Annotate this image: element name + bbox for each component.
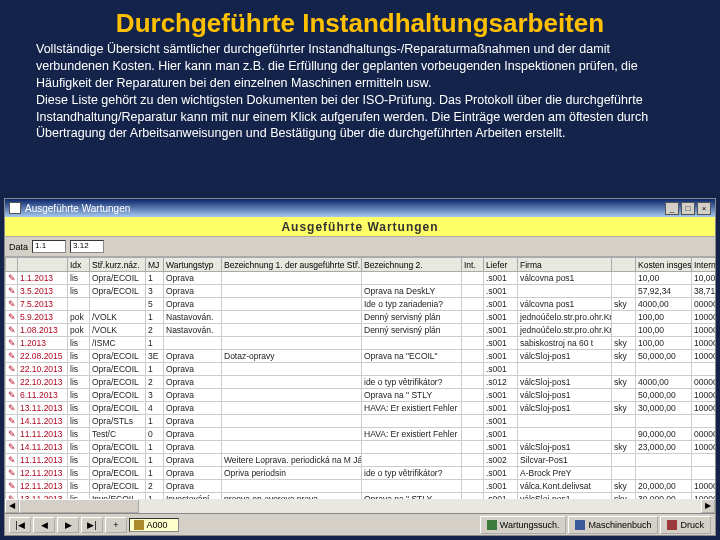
cell[interactable] [462,428,484,441]
column-header[interactable]: Interne kos. [692,258,716,272]
cell[interactable]: 1.2013 [18,337,68,350]
cell[interactable]: Oprava [164,454,222,467]
cell[interactable]: 10000 [692,389,716,402]
cell[interactable]: 10000 [692,324,716,337]
cell[interactable]: lis [68,467,90,480]
cell[interactable] [222,480,362,493]
cell[interactable]: 000000 [692,298,716,311]
cell[interactable] [222,311,362,324]
cell[interactable]: Opra/STLs [90,415,146,428]
cell[interactable] [612,272,636,285]
cell[interactable]: Oprava [164,376,222,389]
cell[interactable] [222,428,362,441]
cell[interactable]: 1.1.2013 [18,272,68,285]
filter-to-input[interactable]: 3.12 [70,240,104,253]
cell[interactable] [164,337,222,350]
cell[interactable] [636,415,692,428]
cell[interactable]: .s001 [484,298,518,311]
minimize-button[interactable]: _ [665,202,679,215]
table-row[interactable]: ✎3.5.2013lisOpra/ECOIL3OpravaOprava na D… [6,285,716,298]
table-row[interactable]: ✎12.11.2013lisOpra/ECOIL2Oprava.s001válc… [6,480,716,493]
cell[interactable]: 4000,00 [636,376,692,389]
cell[interactable] [692,363,716,376]
cell[interactable]: sky [612,350,636,363]
cell[interactable]: .s001 [484,337,518,350]
cell[interactable]: lis [68,428,90,441]
cell[interactable]: 22.10.2013 [18,376,68,389]
cell[interactable]: 10,00 [692,272,716,285]
cell[interactable]: .s001 [484,363,518,376]
cell[interactable]: 6.11.2013 [18,389,68,402]
cell[interactable] [462,350,484,363]
cell[interactable]: 30,000,00 [636,402,692,415]
cell[interactable] [462,337,484,350]
cell[interactable]: .s001 [484,428,518,441]
cell[interactable]: jednoúčelo.str.pro.ohr.Km [518,324,612,337]
cell[interactable]: .s001 [484,389,518,402]
cell[interactable] [612,363,636,376]
nav-prev-button[interactable]: ◀ [33,517,55,533]
cell[interactable]: 1 [146,441,164,454]
cell[interactable]: ✎ [6,363,18,376]
cell[interactable]: 1 [146,337,164,350]
cell[interactable]: .s002 [484,454,518,467]
cell[interactable]: válcSloj-pos1 [518,402,612,415]
cell[interactable]: Opra/ECOIL [90,402,146,415]
cell[interactable]: Nastavován. [164,324,222,337]
column-header[interactable]: Idx [68,258,90,272]
cell[interactable]: ✎ [6,311,18,324]
cell[interactable]: .s001 [484,402,518,415]
cell[interactable] [612,428,636,441]
cell[interactable] [362,480,462,493]
column-header[interactable] [612,258,636,272]
cell[interactable]: Denný servisný plán [362,324,462,337]
cell[interactable]: 3E [146,350,164,363]
cell[interactable]: Oprava na "ECOIL" [362,350,462,363]
cell[interactable] [612,454,636,467]
cell[interactable]: Opra/ECOIL [90,389,146,402]
cell[interactable]: 1 [146,363,164,376]
cell[interactable] [222,285,362,298]
cell[interactable]: ✎ [6,415,18,428]
cell[interactable]: 1.08.2013 [18,324,68,337]
cell[interactable]: 10000 [692,337,716,350]
cell[interactable]: 90,000,00 [636,428,692,441]
cell[interactable]: .s001 [484,311,518,324]
cell[interactable]: Oprava [164,441,222,454]
filter-from-input[interactable]: 1.1 [32,240,66,253]
cell[interactable]: .s001 [484,441,518,454]
table-row[interactable]: ✎22.10.2013lisOpra/ECOIL2Opravaide o typ… [6,376,716,389]
cell[interactable]: 38,719 [692,285,716,298]
cell[interactable]: .s001 [484,467,518,480]
cell[interactable] [636,363,692,376]
cell[interactable]: Oprava [164,428,222,441]
cell[interactable]: Weitere Loprava. periodická na M Já [222,454,362,467]
cell[interactable]: Opra/ECOIL [90,350,146,363]
cell[interactable]: Oprava [164,467,222,480]
cell[interactable]: /VOLK [90,324,146,337]
cell[interactable] [612,389,636,402]
maximize-button[interactable]: □ [681,202,695,215]
cell[interactable]: .s001 [484,272,518,285]
cell[interactable]: 13.11.2013 [18,402,68,415]
cell[interactable]: ✎ [6,441,18,454]
table-row[interactable]: ✎13.11.2013lisOpra/ECOIL4OpravaHAVA: Er … [6,402,716,415]
cell[interactable]: Silcvar-Pos1 [518,454,612,467]
scroll-thumb[interactable] [19,499,139,513]
cell[interactable] [518,415,612,428]
column-header[interactable] [6,258,18,272]
cell[interactable] [462,454,484,467]
cell[interactable]: 1 [146,454,164,467]
cell[interactable]: 3 [146,285,164,298]
cell[interactable] [518,285,612,298]
cell[interactable]: 100,00 [636,337,692,350]
cell[interactable]: Opra/ECOIL [90,467,146,480]
nav-next-button[interactable]: ▶ [57,517,79,533]
cell[interactable] [462,363,484,376]
cell[interactable]: pok [68,324,90,337]
cell[interactable]: pok [68,311,90,324]
cell[interactable] [612,415,636,428]
cell[interactable]: Opra/ECOIL [90,480,146,493]
cell[interactable]: lis [68,272,90,285]
scroll-left-button[interactable]: ◀ [5,499,19,513]
